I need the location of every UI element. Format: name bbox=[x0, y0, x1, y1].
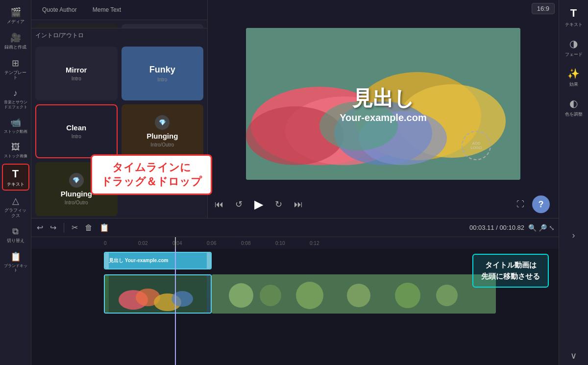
sidebar-item-transition[interactable]: ⧉ 切り替え bbox=[2, 223, 29, 246]
fullscreen-button[interactable]: ⛶ bbox=[516, 200, 524, 209]
plunging1-title: Plunging bbox=[147, 132, 178, 140]
right-tool-text[interactable]: T テキスト bbox=[563, 4, 585, 31]
intro-grid-2: 💎 Plunging Intro/Outro bbox=[31, 162, 207, 218]
sidebar-item-record[interactable]: 🎥 録画と作成 bbox=[2, 29, 29, 53]
left-sidebar: 🎬 メディア 🎥 録画と作成 ⊞ テンプレート ♪ 音楽とサウンドエフェクト 📹… bbox=[0, 0, 31, 365]
video-clip-1[interactable] bbox=[104, 274, 212, 314]
clean-subtitle: Intro bbox=[72, 134, 81, 139]
effects-tool-icon: ✨ bbox=[567, 68, 580, 79]
color-tool-icon: ◐ bbox=[569, 97, 578, 109]
fit-button[interactable]: ⤡ bbox=[549, 224, 555, 232]
svg-point-13 bbox=[172, 291, 193, 307]
transition-icon: ⧉ bbox=[12, 226, 19, 237]
down-arrow-icon: ↓ bbox=[139, 249, 149, 251]
sidebar-item-media[interactable]: 🎬 メディア bbox=[2, 4, 29, 27]
right-sidebar: T テキスト ◑ フェード ✨ 効果 ◐ 色を調整 › ∨ bbox=[559, 0, 588, 365]
top-area: Quote Author Meme Text Meme Text ❝ Quote… bbox=[31, 0, 559, 218]
intro-card-mirror[interactable]: Mirror Intro bbox=[35, 47, 118, 100]
sidebar-item-audio[interactable]: ♪ 音楽とサウンドエフェクト bbox=[2, 85, 29, 112]
sidebar-item-text[interactable]: T テキスト bbox=[2, 164, 29, 191]
sidebar-item-label: ストック動画 bbox=[4, 129, 27, 134]
preview-url: Your-example.com bbox=[340, 112, 426, 123]
play-button[interactable]: ▶ bbox=[252, 195, 265, 213]
intro-card-plunging2[interactable]: 💎 Plunging Intro/Outro bbox=[35, 162, 118, 216]
template-grid: Meme Text ❝ Quote – Author ❞ • SALE • SA… bbox=[31, 20, 207, 28]
ruler-mark-8: 0:08 bbox=[241, 241, 250, 246]
zoom-in-button[interactable]: 🔎 bbox=[539, 224, 547, 232]
sidebar-item-label: 録画と作成 bbox=[4, 45, 26, 50]
redo-button[interactable]: ↪ bbox=[49, 221, 58, 234]
ruler-playhead bbox=[175, 237, 176, 249]
expand-button[interactable]: ∨ bbox=[570, 350, 577, 361]
template-card-meme[interactable]: Meme Text bbox=[35, 24, 118, 28]
sidebar-item-stock-video[interactable]: 📹 ストック動画 bbox=[2, 114, 29, 137]
sidebar-item-template[interactable]: ⊞ テンプレート bbox=[2, 55, 29, 84]
fade-tool-label: フェード bbox=[565, 51, 583, 58]
sidebar-item-brand[interactable]: 📋 ブランドキット bbox=[2, 248, 29, 276]
text-tool-icon: T bbox=[570, 7, 577, 20]
plunging2-title: Plunging bbox=[61, 190, 92, 198]
intro-card-funky[interactable]: Funky Intro bbox=[122, 47, 204, 100]
clean-title: Clean bbox=[66, 123, 86, 132]
zoom-out-button[interactable]: 🔍 bbox=[528, 224, 537, 232]
effects-tool-label: 効果 bbox=[569, 81, 578, 88]
fast-forward-button[interactable]: ↻ bbox=[273, 197, 284, 212]
tab-quote-author[interactable]: Quote Author bbox=[35, 4, 84, 16]
ruler-mark-0: 0 bbox=[104, 241, 107, 246]
svg-point-15 bbox=[229, 283, 253, 308]
help-button[interactable]: ? bbox=[532, 195, 550, 213]
sidebar-item-label: テンプレート bbox=[4, 70, 27, 81]
title-clip-text: 見出し Your-example.com bbox=[109, 257, 169, 264]
template-icon: ⊞ bbox=[12, 58, 19, 69]
right-tool-effects[interactable]: ✨ 効果 bbox=[565, 65, 582, 91]
sidebar-item-label: 切り替え bbox=[7, 238, 24, 243]
right-tool-color[interactable]: ◐ 色を調整 bbox=[563, 95, 585, 121]
rewind-button[interactable]: ↺ bbox=[233, 197, 245, 212]
delete-button[interactable]: 🗑 bbox=[83, 222, 94, 234]
clip-handle-right bbox=[207, 253, 211, 268]
plunging-icon: 💎 bbox=[155, 115, 170, 130]
cut-button[interactable]: ✂ bbox=[70, 221, 79, 234]
clip-handle-left bbox=[105, 253, 109, 268]
svg-point-19 bbox=[395, 283, 420, 308]
intro-label: イントロ/アウトロ bbox=[31, 28, 207, 43]
video-clip-2[interactable] bbox=[212, 274, 496, 314]
intro-card-plunging1[interactable]: 💎 Plunging Intro/Outro bbox=[122, 104, 204, 158]
undo-button[interactable]: ↩ bbox=[35, 221, 45, 234]
preview-canvas: 見出し Your-example.com ADDLOGO bbox=[208, 17, 559, 191]
skip-forward-button[interactable]: ⏭ bbox=[292, 197, 305, 212]
title-clip[interactable]: 見出し Your-example.com bbox=[104, 252, 212, 269]
svg-point-18 bbox=[347, 284, 370, 307]
sidebar-item-label: メディア bbox=[7, 19, 24, 24]
right-tool-fade[interactable]: ◑ フェード bbox=[563, 35, 585, 61]
copy-button[interactable]: 📋 bbox=[98, 221, 111, 234]
skip-back-button[interactable]: ⏮ bbox=[213, 197, 225, 212]
sidebar-item-stock-image[interactable]: 🖼 ストック画像 bbox=[2, 139, 29, 162]
intro-grid: Mirror Intro Funky Intro Clean Intro bbox=[31, 43, 207, 162]
video-track bbox=[35, 274, 555, 318]
tab-meme-text[interactable]: Meme Text bbox=[86, 4, 128, 16]
playback-controls: ⏮ ↺ ▶ ↻ ⏭ ⛶ ? bbox=[208, 191, 559, 218]
collapse-button[interactable]: › bbox=[572, 230, 575, 241]
funky-subtitle: Intro bbox=[157, 77, 167, 82]
preview-logo: ADDLOGO bbox=[462, 131, 491, 160]
text-tool-label: テキスト bbox=[565, 22, 583, 28]
clip-inner-1 bbox=[105, 275, 211, 313]
preview-heading: 見出し bbox=[340, 85, 426, 112]
preview-title: 見出し Your-example.com bbox=[340, 85, 426, 123]
fade-tool-icon: ◑ bbox=[569, 38, 578, 49]
template-card-quote[interactable]: ❝ Quote – Author ❞ bbox=[122, 24, 204, 28]
mirror-subtitle: Intro bbox=[72, 76, 81, 81]
sidebar-item-label: グラフィックス bbox=[4, 208, 27, 219]
preview-top-bar: 16:9 bbox=[208, 0, 559, 17]
funky-title: Funky bbox=[149, 65, 175, 75]
zoom-controls: 🔍 🔎 ⤡ bbox=[528, 224, 555, 232]
svg-point-17 bbox=[296, 282, 323, 309]
media-icon: 🎬 bbox=[10, 7, 21, 18]
sidebar-item-graphics[interactable]: △ グラフィックス bbox=[2, 193, 29, 221]
intro-card-clean[interactable]: Clean Intro bbox=[35, 104, 118, 158]
sidebar-item-label: ブランドキット bbox=[4, 264, 27, 273]
svg-point-16 bbox=[260, 285, 281, 306]
ruler-mark-6: 0:06 bbox=[207, 241, 216, 246]
sidebar-item-label: テキスト bbox=[7, 182, 24, 187]
